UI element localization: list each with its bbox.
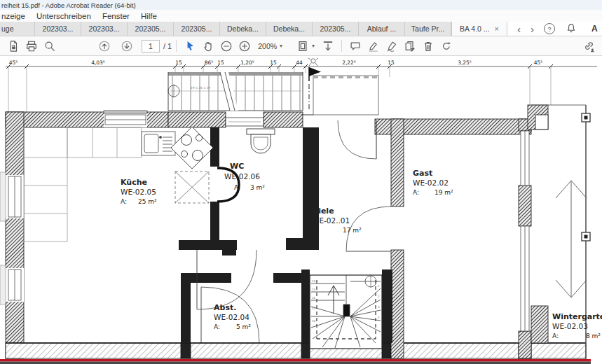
- tab-202305-1[interactable]: 202305...: [128, 22, 174, 36]
- tab-202303-2[interactable]: 202303...: [81, 22, 128, 36]
- menu-item-hilfe[interactable]: Hilfe: [135, 12, 163, 20]
- tab-controls: ‹ › ? A: [507, 22, 598, 36]
- organize-pages-icon: [404, 40, 416, 52]
- svg-text:45⁵: 45⁵: [534, 59, 543, 66]
- svg-text:WE-02..01: WE-02..01: [312, 216, 350, 225]
- svg-text:WE-02.03: WE-02.03: [552, 322, 588, 330]
- svg-text:25 m²: 25 m²: [138, 198, 157, 205]
- svg-text:3 m²: 3 m²: [250, 184, 265, 191]
- trash-icon: [422, 40, 435, 52]
- next-tab-icon[interactable]: ›: [531, 24, 534, 34]
- svg-text:13: 13: [312, 288, 316, 291]
- kitchen-shaft: [175, 172, 209, 203]
- select-tool-button[interactable]: [181, 38, 199, 55]
- notifications-bell-icon[interactable]: [565, 20, 577, 37]
- svg-text:WE-02.06: WE-02.06: [224, 172, 260, 181]
- window-title: reiheit 15.pdf - Adobe Acrobat Reader (6…: [1, 1, 136, 9]
- svg-text:Küche: Küche: [121, 178, 147, 187]
- svg-text:Wintergarten: Wintergarten: [552, 312, 602, 321]
- menu-item-anzeige[interactable]: nzeige: [0, 12, 31, 20]
- svg-text:Diele: Diele: [312, 206, 334, 216]
- share-link-icon: [582, 40, 595, 52]
- room-label-gast: Gast WE-02.02 A: 19 m²: [413, 169, 453, 196]
- tab-taufe[interactable]: Taufe Pr...: [405, 22, 451, 36]
- share-link-button[interactable]: [580, 38, 598, 55]
- rotate-icon: [440, 40, 453, 52]
- previous-page-button[interactable]: [95, 38, 114, 55]
- tab-202303-1[interactable]: 202303...: [35, 22, 81, 36]
- sign-pen-icon: [385, 40, 398, 52]
- svg-text:17 m²: 17 m²: [343, 227, 362, 234]
- highlighter-icon: [367, 40, 380, 52]
- pdf-canvas[interactable]: 45⁵ 4,03⁵ 15 86⁵ 15 1,20⁵ 15 44 2,22⁵ 15…: [0, 56, 602, 364]
- prev-tab-icon[interactable]: ‹: [517, 24, 521, 34]
- svg-text:15: 15: [175, 59, 182, 66]
- tab-202305-3[interactable]: 202305...: [313, 22, 359, 36]
- kitchen-sink: [142, 132, 175, 155]
- svg-text:A:: A:: [312, 227, 318, 234]
- zoom-level-select[interactable]: 200% ▾: [258, 42, 282, 50]
- svg-text:A:: A:: [214, 323, 220, 330]
- comment-button[interactable]: [346, 38, 364, 55]
- svg-text:Gast: Gast: [413, 169, 432, 178]
- menu-item-fenster[interactable]: Fenster: [97, 12, 135, 20]
- svg-text:10: 10: [312, 319, 316, 323]
- surveyor-symbol: [308, 58, 318, 66]
- close-tab-icon[interactable]: ×: [495, 24, 499, 33]
- svg-text:2,22⁵: 2,22⁵: [342, 59, 356, 66]
- zoom-out-icon: [220, 40, 233, 52]
- room-label-abst: Abst. WE-02.04 A: 5 m²: [214, 303, 251, 330]
- page-number-input[interactable]: 1: [142, 40, 160, 52]
- floor-plan: 45⁵ 4,03⁵ 15 86⁵ 15 1,20⁵ 15 44 2,22⁵ 15…: [0, 56, 602, 364]
- svg-text:15: 15: [388, 59, 395, 66]
- svg-text:WE-02.05: WE-02.05: [121, 188, 156, 196]
- fit-page-icon: [296, 40, 309, 52]
- svg-text:4,03⁵: 4,03⁵: [91, 59, 105, 66]
- account-avatar[interactable]: A: [591, 24, 598, 34]
- page-up-icon: [98, 40, 111, 52]
- room-label-diele: Diele WE-02..01 A: 17 m²: [312, 206, 362, 234]
- chevron-down-icon[interactable]: ▾: [312, 43, 315, 49]
- svg-text:8 m²: 8 m²: [586, 332, 601, 340]
- help-icon[interactable]: ?: [544, 23, 555, 34]
- tab-202305-2[interactable]: 202305...: [174, 22, 220, 36]
- organize-pages-button[interactable]: [401, 38, 419, 55]
- svg-text:86⁵: 86⁵: [205, 59, 214, 66]
- rotate-pages-button[interactable]: [437, 38, 456, 55]
- highlight-button[interactable]: [364, 38, 383, 55]
- kitchen-stove: [171, 127, 213, 169]
- next-page-button[interactable]: [118, 38, 136, 55]
- main-toolbar: 1 / 1 200% ▾ ▾: [0, 36, 602, 56]
- hand-tool-button[interactable]: [199, 38, 217, 55]
- room-label-kueche: Küche WE-02.05 A: 25 m²: [121, 178, 157, 205]
- tab-ba-40-active[interactable]: BA 4.0 ... ×: [451, 22, 507, 36]
- svg-text:3,25⁵: 3,25⁵: [458, 59, 472, 66]
- search-icon: [43, 40, 56, 52]
- svg-text:Abst.: Abst.: [214, 303, 236, 312]
- fill-sign-button[interactable]: [383, 38, 401, 55]
- fit-page-button[interactable]: [294, 38, 312, 55]
- comment-bubble-icon: [349, 40, 362, 52]
- search-button[interactable]: [41, 38, 59, 55]
- scroll-mode-icon: [322, 40, 334, 52]
- zoom-in-button[interactable]: [235, 38, 254, 55]
- tab-debeka-2[interactable]: Debeka...: [266, 22, 313, 36]
- scrolling-mode-button[interactable]: [319, 38, 337, 55]
- svg-text:A:: A:: [234, 184, 240, 191]
- page-bottom-edge: [0, 362, 591, 364]
- tab-ablauf[interactable]: Ablauf ...: [359, 22, 405, 36]
- zoom-out-button[interactable]: [217, 38, 235, 55]
- svg-text:WE-02.02: WE-02.02: [413, 178, 449, 187]
- document-tab-bar: uge 202303... 202303... 202305... 202305…: [0, 22, 602, 36]
- print-button[interactable]: [22, 38, 41, 55]
- tab-debeka-1[interactable]: Debeka...: [220, 22, 266, 36]
- svg-text:15: 15: [217, 59, 224, 66]
- menu-item-unterschreiben[interactable]: Unterschreiben: [31, 12, 97, 20]
- tab-werkzeuge[interactable]: uge: [0, 22, 35, 36]
- printer-icon: [25, 40, 38, 52]
- delete-pages-button[interactable]: [419, 38, 437, 55]
- svg-text:19 m²: 19 m²: [435, 189, 453, 196]
- svg-text:A:: A:: [413, 189, 419, 196]
- menu-bar: nzeige Unterschreiben Fenster Hilfe: [0, 10, 602, 22]
- save-button[interactable]: [4, 38, 22, 55]
